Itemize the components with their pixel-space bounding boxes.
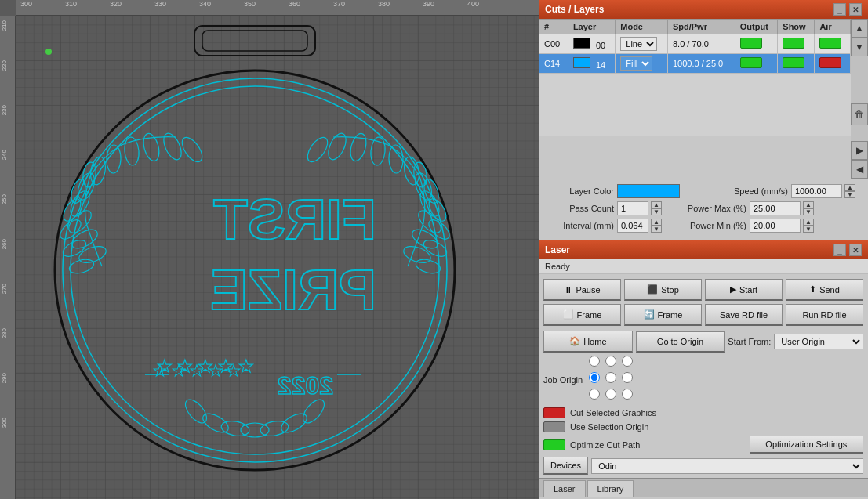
cuts-minimize-btn[interactable]: _ (833, 3, 846, 16)
origin-radio-bc[interactable] (605, 389, 616, 400)
pass-down[interactable]: ▼ (651, 208, 662, 215)
devices-label: Devices (550, 461, 581, 470)
show-toggle[interactable] (783, 38, 804, 49)
go-to-origin-button[interactable]: Go to Origin (636, 331, 725, 353)
interval-input[interactable] (617, 219, 648, 233)
ruler-tick: 380 (378, 0, 390, 8)
power-min-input[interactable] (750, 219, 801, 233)
speed-up[interactable]: ▲ (844, 184, 855, 191)
pause-label: Pause (576, 285, 600, 295)
power-max-input[interactable] (750, 201, 801, 215)
show-toggle[interactable] (783, 57, 804, 68)
interval-up[interactable]: ▲ (651, 219, 662, 226)
collapse-left-btn[interactable]: ◀ (851, 160, 868, 179)
device-select[interactable]: Odin (591, 458, 863, 474)
cut-selected-toggle[interactable] (543, 407, 565, 418)
table-row[interactable]: C00 00 Line 8.0 / 70.0 (539, 34, 851, 54)
row-show[interactable] (778, 34, 815, 54)
row-show[interactable] (778, 54, 815, 74)
ruler-tick: 320 (110, 0, 122, 8)
row-air[interactable] (815, 54, 851, 74)
origin-radio-tl[interactable] (589, 356, 600, 367)
origin-radio-mc[interactable] (605, 372, 616, 383)
output-toggle[interactable] (740, 38, 762, 49)
expand-right-btn[interactable]: ▶ (851, 141, 868, 160)
row-output[interactable] (735, 34, 778, 54)
optimize-cut-path-row: Optimize Cut Path Optimization Settings (543, 436, 863, 454)
mode-select[interactable]: Fill (620, 56, 652, 71)
pause-button[interactable]: ⏸ Pause (543, 279, 621, 301)
layer-color-preview[interactable] (617, 184, 680, 198)
power-min-spinner[interactable]: ▲ ▼ (803, 219, 814, 233)
speed-spinner[interactable]: ▲ ▼ (844, 184, 855, 198)
mode-select[interactable]: Line (620, 37, 657, 51)
col-header-spdpwr: Spd/Pwr (667, 20, 735, 34)
table-row[interactable]: C14 14 Fill 1000.0 / 25.0 (539, 54, 851, 74)
go-to-origin-label: Go to Origin (657, 337, 703, 346)
pmin-up[interactable]: ▲ (803, 219, 814, 226)
frame-run-button[interactable]: 🔄 Frame (624, 304, 702, 326)
row-mode[interactable]: Line (616, 34, 668, 54)
speed-input[interactable] (791, 184, 842, 198)
save-rd-button[interactable]: Save RD file (705, 304, 783, 326)
pass-count-label: Pass Count (543, 204, 614, 213)
output-toggle[interactable] (740, 57, 762, 68)
layer-color-swatch (573, 38, 590, 49)
svg-point-40 (200, 410, 231, 436)
row-output[interactable] (735, 54, 778, 74)
use-selection-origin-toggle[interactable] (543, 421, 565, 432)
origin-radio-mr[interactable] (622, 372, 633, 383)
interval-spinner[interactable]: ▲ ▼ (651, 219, 662, 233)
optimize-cut-path-toggle[interactable] (543, 439, 565, 450)
cuts-close-btn[interactable]: ✕ (849, 3, 862, 16)
start-from-select[interactable]: User Origin Absolute Coords Current Posi… (774, 334, 863, 349)
delete-layer-btn[interactable]: 🗑 (851, 103, 868, 125)
pass-up[interactable]: ▲ (651, 201, 662, 208)
row-mode[interactable]: Fill (616, 54, 668, 74)
send-label: Send (819, 285, 840, 295)
svg-text:FIRST: FIRST (213, 188, 376, 251)
origin-radio-ml[interactable] (589, 372, 600, 383)
pmin-down[interactable]: ▼ (803, 226, 814, 233)
laser-close-btn[interactable]: ✕ (849, 244, 862, 256)
pmax-down[interactable]: ▼ (803, 208, 814, 215)
start-button[interactable]: ▶ Start (705, 279, 783, 301)
home-icon: 🏠 (569, 336, 580, 346)
scroll-down-btn[interactable]: ▼ (851, 38, 868, 56)
frame-outline-button[interactable]: ⬜ Frame (543, 304, 621, 326)
row-air[interactable] (815, 34, 851, 54)
ruler-tick: 280 (1, 328, 8, 338)
laser-panel: Laser _ ✕ Ready ⏸ Pause ⬛ Stop ▶ Start (539, 240, 868, 499)
power-max-spinner[interactable]: ▲ ▼ (803, 201, 814, 215)
pass-count-spinner[interactable]: ▲ ▼ (651, 201, 662, 215)
air-toggle[interactable] (819, 57, 841, 68)
tab-laser[interactable]: Laser (543, 480, 586, 497)
air-toggle[interactable] (819, 38, 841, 49)
pass-count-input[interactable] (617, 201, 648, 215)
interval-down[interactable]: ▼ (651, 226, 662, 233)
optimization-settings-button[interactable]: Optimization Settings (750, 436, 863, 454)
use-selection-origin-label: Use Selection Origin (570, 422, 648, 432)
home-button[interactable]: 🏠 Home (543, 331, 633, 353)
pmax-up[interactable]: ▲ (803, 201, 814, 208)
devices-button[interactable]: Devices (543, 457, 588, 475)
scroll-up-btn[interactable]: ▲ (851, 19, 868, 38)
speed-down[interactable]: ▼ (844, 191, 855, 198)
power-max-label: Power Max (%) (676, 204, 746, 213)
tab-library[interactable]: Library (587, 480, 634, 497)
send-button[interactable]: ⬆ Send (786, 279, 863, 301)
ruler-tick: 310 (65, 0, 77, 8)
origin-radio-tc[interactable] (605, 356, 616, 367)
laser-buttons-grid: ⏸ Pause ⬛ Stop ▶ Start ⬆ Send ⬜ Frame 🔄 (539, 274, 868, 331)
run-rd-button[interactable]: Run RD file (786, 304, 863, 326)
laser-minimize-btn[interactable]: _ (833, 244, 846, 256)
canvas-content[interactable]: ★ ★ ★ ★ ★ ★ ★ ★ ★ ★ 2022 FIRST PRIZE (16, 16, 539, 499)
row-spdpwr: 1000.0 / 25.0 (667, 54, 735, 74)
laser-panel-titlebar: Laser _ ✕ (539, 240, 868, 259)
origin-radio-tr[interactable] (622, 356, 633, 367)
laser-panel-title: Laser (545, 244, 570, 255)
origin-radio-br[interactable] (622, 389, 633, 400)
svg-point-16 (67, 257, 95, 276)
origin-radio-bl[interactable] (589, 389, 600, 400)
stop-button[interactable]: ⬛ Stop (624, 279, 702, 301)
